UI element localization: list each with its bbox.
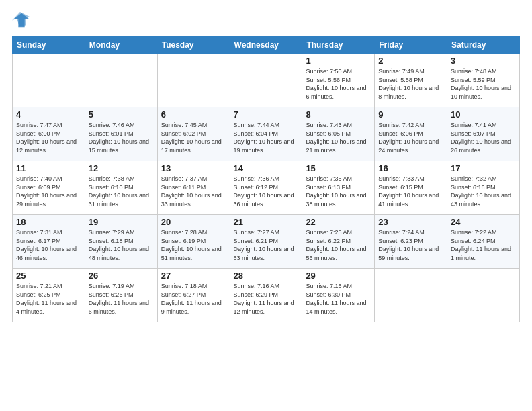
day-cell: 14Sunrise: 7:36 AMSunset: 6:12 PMDayligh…	[230, 161, 302, 215]
day-cell	[13, 54, 85, 107]
day-cell: 20Sunrise: 7:28 AMSunset: 6:19 PMDayligh…	[157, 215, 230, 269]
day-number: 24	[451, 217, 516, 227]
week-row-1: 1Sunrise: 7:50 AMSunset: 5:56 PMDaylight…	[13, 54, 520, 107]
day-info: Sunrise: 7:29 AMSunset: 6:18 PMDaylight:…	[89, 228, 154, 262]
day-number: 4	[16, 109, 81, 120]
day-number: 22	[306, 217, 371, 227]
weekday-header-wednesday: Wednesday	[230, 37, 302, 54]
day-number: 2	[378, 56, 443, 66]
day-cell: 22Sunrise: 7:25 AMSunset: 6:22 PMDayligh…	[302, 215, 375, 269]
week-row-5: 25Sunrise: 7:21 AMSunset: 6:25 PMDayligh…	[13, 269, 520, 322]
day-cell: 17Sunrise: 7:32 AMSunset: 6:16 PMDayligh…	[447, 161, 520, 215]
day-cell	[157, 54, 230, 107]
day-info: Sunrise: 7:44 AMSunset: 6:04 PMDaylight:…	[234, 121, 299, 154]
day-info: Sunrise: 7:15 AMSunset: 6:30 PMDaylight:…	[306, 282, 371, 316]
day-info: Sunrise: 7:49 AMSunset: 5:58 PMDaylight:…	[378, 67, 443, 101]
day-cell	[230, 54, 302, 107]
day-number: 17	[451, 163, 516, 173]
day-number: 21	[234, 217, 299, 227]
day-info: Sunrise: 7:21 AMSunset: 6:25 PMDaylight:…	[16, 282, 81, 316]
day-info: Sunrise: 7:27 AMSunset: 6:21 PMDaylight:…	[234, 228, 299, 262]
day-cell: 1Sunrise: 7:50 AMSunset: 5:56 PMDaylight…	[302, 54, 375, 107]
week-row-2: 4Sunrise: 7:47 AMSunset: 6:00 PMDaylight…	[13, 107, 520, 161]
calendar-table: SundayMondayTuesdayWednesdayThursdayFrid…	[12, 36, 520, 322]
day-cell: 16Sunrise: 7:33 AMSunset: 6:15 PMDayligh…	[375, 161, 447, 215]
day-number: 16	[378, 163, 443, 173]
weekday-header-saturday: Saturday	[447, 37, 520, 54]
day-info: Sunrise: 7:50 AMSunset: 5:56 PMDaylight:…	[306, 67, 371, 101]
day-number: 6	[161, 109, 226, 120]
day-number: 15	[306, 163, 371, 173]
day-cell: 4Sunrise: 7:47 AMSunset: 6:00 PMDaylight…	[13, 107, 85, 161]
weekday-header-monday: Monday	[85, 37, 157, 54]
day-number: 29	[306, 271, 371, 281]
day-cell	[447, 269, 520, 322]
day-info: Sunrise: 7:18 AMSunset: 6:27 PMDaylight:…	[161, 282, 226, 316]
day-cell: 2Sunrise: 7:49 AMSunset: 5:58 PMDaylight…	[375, 54, 447, 107]
day-cell: 9Sunrise: 7:42 AMSunset: 6:06 PMDaylight…	[375, 107, 447, 161]
day-number: 14	[234, 163, 299, 173]
day-cell: 11Sunrise: 7:40 AMSunset: 6:09 PMDayligh…	[13, 161, 85, 215]
day-cell: 27Sunrise: 7:18 AMSunset: 6:27 PMDayligh…	[157, 269, 230, 322]
day-cell: 10Sunrise: 7:41 AMSunset: 6:07 PMDayligh…	[447, 107, 520, 161]
day-info: Sunrise: 7:40 AMSunset: 6:09 PMDaylight:…	[16, 175, 81, 208]
day-info: Sunrise: 7:25 AMSunset: 6:22 PMDaylight:…	[306, 228, 371, 262]
day-info: Sunrise: 7:38 AMSunset: 6:10 PMDaylight:…	[89, 175, 154, 208]
day-cell	[375, 269, 447, 322]
day-info: Sunrise: 7:24 AMSunset: 6:23 PMDaylight:…	[378, 228, 443, 262]
day-info: Sunrise: 7:32 AMSunset: 6:16 PMDaylight:…	[451, 175, 516, 208]
day-cell: 18Sunrise: 7:31 AMSunset: 6:17 PMDayligh…	[13, 215, 85, 269]
day-cell: 29Sunrise: 7:15 AMSunset: 6:30 PMDayligh…	[302, 269, 375, 322]
day-info: Sunrise: 7:46 AMSunset: 6:01 PMDaylight:…	[89, 121, 154, 154]
day-cell: 25Sunrise: 7:21 AMSunset: 6:25 PMDayligh…	[13, 269, 85, 322]
day-info: Sunrise: 7:16 AMSunset: 6:29 PMDaylight:…	[234, 282, 299, 316]
day-number: 8	[306, 109, 371, 120]
day-number: 18	[16, 217, 81, 227]
weekday-header-tuesday: Tuesday	[157, 37, 230, 54]
day-number: 25	[16, 271, 81, 281]
day-cell: 6Sunrise: 7:45 AMSunset: 6:02 PMDaylight…	[157, 107, 230, 161]
day-info: Sunrise: 7:22 AMSunset: 6:24 PMDaylight:…	[451, 228, 516, 262]
day-cell	[85, 54, 157, 107]
day-info: Sunrise: 7:47 AMSunset: 6:00 PMDaylight:…	[16, 121, 81, 154]
day-number: 12	[89, 163, 154, 173]
day-cell: 3Sunrise: 7:48 AMSunset: 5:59 PMDaylight…	[447, 54, 520, 107]
day-info: Sunrise: 7:43 AMSunset: 6:05 PMDaylight:…	[306, 121, 371, 154]
day-info: Sunrise: 7:45 AMSunset: 6:02 PMDaylight:…	[161, 121, 226, 154]
day-cell: 28Sunrise: 7:16 AMSunset: 6:29 PMDayligh…	[230, 269, 302, 322]
day-number: 7	[234, 109, 299, 120]
day-cell: 23Sunrise: 7:24 AMSunset: 6:23 PMDayligh…	[375, 215, 447, 269]
day-number: 27	[161, 271, 226, 281]
day-info: Sunrise: 7:35 AMSunset: 6:13 PMDaylight:…	[306, 175, 371, 208]
header	[12, 11, 520, 30]
day-number: 3	[451, 56, 516, 66]
day-number: 13	[161, 163, 226, 173]
day-number: 9	[378, 109, 443, 120]
week-row-4: 18Sunrise: 7:31 AMSunset: 6:17 PMDayligh…	[13, 215, 520, 269]
day-cell: 21Sunrise: 7:27 AMSunset: 6:21 PMDayligh…	[230, 215, 302, 269]
day-number: 19	[89, 217, 154, 227]
day-info: Sunrise: 7:19 AMSunset: 6:26 PMDaylight:…	[89, 282, 154, 316]
weekday-header-friday: Friday	[375, 37, 447, 54]
day-number: 11	[16, 163, 81, 173]
day-info: Sunrise: 7:36 AMSunset: 6:12 PMDaylight:…	[234, 175, 299, 208]
weekday-header-sunday: Sunday	[13, 37, 85, 54]
day-cell: 8Sunrise: 7:43 AMSunset: 6:05 PMDaylight…	[302, 107, 375, 161]
logo	[12, 11, 34, 30]
day-cell: 26Sunrise: 7:19 AMSunset: 6:26 PMDayligh…	[85, 269, 157, 322]
week-row-3: 11Sunrise: 7:40 AMSunset: 6:09 PMDayligh…	[13, 161, 520, 215]
day-cell: 12Sunrise: 7:38 AMSunset: 6:10 PMDayligh…	[85, 161, 157, 215]
logo-icon	[12, 11, 31, 30]
day-number: 23	[378, 217, 443, 227]
day-cell: 13Sunrise: 7:37 AMSunset: 6:11 PMDayligh…	[157, 161, 230, 215]
day-cell: 7Sunrise: 7:44 AMSunset: 6:04 PMDaylight…	[230, 107, 302, 161]
page: SundayMondayTuesdayWednesdayThursdayFrid…	[0, 0, 532, 411]
day-info: Sunrise: 7:37 AMSunset: 6:11 PMDaylight:…	[161, 175, 226, 208]
day-number: 20	[161, 217, 226, 227]
day-number: 28	[234, 271, 299, 281]
day-info: Sunrise: 7:48 AMSunset: 5:59 PMDaylight:…	[451, 67, 516, 101]
day-info: Sunrise: 7:33 AMSunset: 6:15 PMDaylight:…	[378, 175, 443, 208]
day-cell: 5Sunrise: 7:46 AMSunset: 6:01 PMDaylight…	[85, 107, 157, 161]
day-number: 26	[89, 271, 154, 281]
day-info: Sunrise: 7:31 AMSunset: 6:17 PMDaylight:…	[16, 228, 81, 262]
